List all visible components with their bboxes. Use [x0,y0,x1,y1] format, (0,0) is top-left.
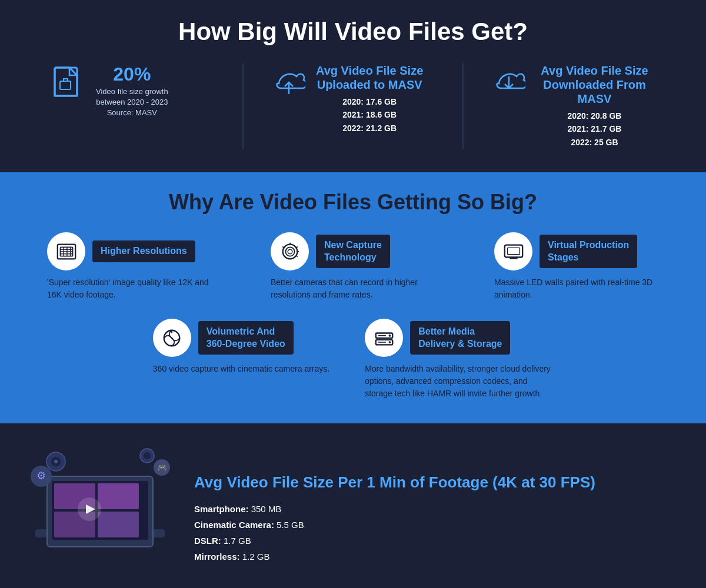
why-title: Why Are Video Files Getting So Big? [24,190,682,215]
reason-capture-tech: New CaptureTechnology Better cameras tha… [271,232,435,301]
higher-res-label: Higher Resolutions [92,240,195,262]
reason-higher-res-top: Higher Resolutions [47,232,195,270]
capture-tech-desc: Better cameras that can record in higher… [271,276,435,301]
reasons-row-1: Higher Resolutions 'Super resolution' im… [24,232,682,301]
svg-point-27 [388,335,391,337]
reason-virtual-prod-top: Virtual ProductionStages [494,232,637,270]
svg-point-14 [288,249,292,254]
growth-desc: Video file size growthbetween 2020 - 202… [96,86,168,119]
virtual-prod-desc: Massive LED walls paired with real-time … [494,276,659,301]
uploaded-2021: 2021: 18.6 GB [316,108,423,121]
reason-capture-tech-top: New CaptureTechnology [271,232,390,270]
uploaded-stat: Avg Video File SizeUploaded to MASV 2020… [244,64,464,149]
why-section: Why Are Video Files Getting So Big? [0,172,706,423]
svg-line-19 [282,246,284,248]
file-icon [53,66,85,111]
svg-text:⚙: ⚙ [36,470,46,482]
svg-line-16 [296,246,297,248]
virtual-prod-label: Virtual ProductionStages [540,235,637,269]
downloaded-stat: Avg Video File SizeDownloaded From MASV … [464,64,682,149]
svg-point-48 [144,452,151,459]
growth-percent: 20% [96,64,168,85]
reason-media-delivery: Better MediaDelivery & Storage More band… [365,319,553,400]
avg-mirrorless: Mirrorless: 1.2 GB [194,549,595,564]
laptop-graphic: ⚙ 🎮 [24,447,176,588]
reason-media-delivery-top: Better MediaDelivery & Storage [365,319,510,357]
svg-rect-35 [98,483,139,509]
higher-res-desc: 'Super resolution' image quality like 12… [47,276,212,301]
downloaded-2021: 2021: 21.7 GB [536,122,653,135]
storage-icon-circle [365,319,403,357]
360-icon-circle [153,319,191,357]
reason-volumetric: Volumetric And360-Degree Video 360 video… [153,319,329,375]
avg-size-title: Avg Video File Size Per 1 Min of Footage… [194,473,595,493]
svg-point-46 [54,460,58,463]
growth-stat: 20% Video file size growthbetween 2020 -… [24,64,244,149]
header-section: How Big Will Video Files Get? 20% Video … [0,0,706,172]
camera-icon-circle [271,232,309,270]
uploaded-2022: 2022: 21.2 GB [316,122,423,135]
svg-rect-1 [60,81,71,89]
media-delivery-desc: More bandwidth availability, stronger cl… [365,363,553,400]
reason-virtual-prod: Virtual ProductionStages Massive LED wal… [494,232,659,301]
downloaded-text: Avg Video File SizeDownloaded From MASV … [536,64,653,149]
reason-higher-res: Higher Resolutions 'Super resolution' im… [47,232,212,301]
uploaded-2020: 2020: 17.6 GB [316,95,423,108]
avg-smartphone: Smartphone: 350 MB [194,501,595,517]
avg-info-block: Avg Video File Size Per 1 Min of Footage… [194,473,595,564]
main-title: How Big Will Video Files Get? [24,18,682,46]
resolution-icon-circle [47,232,85,270]
stats-row: 20% Video file size growthbetween 2020 -… [24,64,682,149]
avg-dslr: DSLR: 1.7 GB [194,533,595,549]
reason-volumetric-top: Volumetric And360-Degree Video [153,319,294,357]
avg-size-section: ⚙ 🎮 Avg Video File Size Per 1 Min of Foo… [0,423,706,588]
downloaded-2022: 2022: 25 GB [536,136,653,149]
avg-cinematic: Cinematic Camera: 5.5 GB [194,517,595,533]
svg-point-12 [282,244,297,259]
svg-point-28 [388,341,391,343]
capture-tech-label: New CaptureTechnology [316,235,390,269]
volumetric-label: Volumetric And360-Degree Video [198,321,294,355]
svg-rect-37 [98,512,139,537]
volumetric-desc: 360 video capture with cinematic camera … [153,363,329,375]
growth-text: 20% Video file size growthbetween 2020 -… [96,64,168,119]
svg-rect-23 [507,248,519,254]
uploaded-text: Avg Video File SizeUploaded to MASV 2020… [316,64,423,135]
reasons-row-2: Volumetric And360-Degree Video 360 video… [24,319,682,400]
svg-point-13 [285,247,294,256]
screen-icon-circle [494,232,532,270]
uploaded-title: Avg Video File SizeUploaded to MASV [316,64,423,92]
downloaded-title: Avg Video File SizeDownloaded From MASV [536,64,653,106]
upload-icon [273,66,305,105]
media-delivery-label: Better MediaDelivery & Storage [410,321,510,355]
svg-line-18 [296,255,297,256]
svg-text:🎮: 🎮 [157,463,168,473]
downloaded-2020: 2020: 20.8 GB [536,109,653,122]
download-icon [493,66,525,105]
